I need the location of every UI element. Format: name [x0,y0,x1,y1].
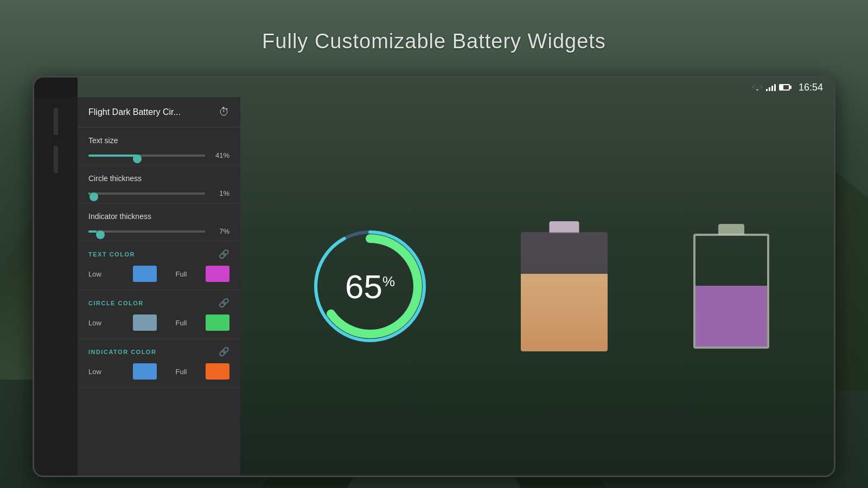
indicator-color-low-swatch[interactable] [133,363,157,380]
circle-color-full-label: Full [161,319,201,327]
panel-header: Flight Dark Battery Cir... ⏱ [78,97,240,127]
text-color-link-icon[interactable]: 🔗 [219,249,229,259]
text-color-section: TEXT COLOR 🔗 Low Full [78,241,240,290]
circle-thickness-section: Circle thickness 1% [78,165,240,203]
indicator-thickness-slider[interactable] [88,230,205,233]
page-title: Fully Customizable Battery Widgets [0,30,868,53]
text-size-slider[interactable] [88,155,205,157]
history-icon[interactable]: ⏱ [219,106,229,118]
text-size-row: 41% [88,151,229,159]
side-button-2[interactable] [54,146,58,173]
circle-battery-widget: 65% [305,221,435,351]
battery-widget-1 [521,221,608,351]
settings-panel: Flight Dark Battery Cir... ⏱ Text size 4… [78,97,240,476]
indicator-color-full-swatch[interactable] [206,363,229,380]
battery-fill-2 [695,286,767,346]
circle-thickness-value: 1% [210,189,229,197]
battery-body-1 [521,232,608,351]
battery-status-icon [779,84,790,91]
battery-tip-2 [718,224,744,235]
indicator-thickness-row: 7% [88,227,229,235]
circle-color-row: Low Full [88,314,229,331]
circle-percent-sign: % [382,273,395,290]
tablet-sidebar [34,97,78,476]
circle-thickness-slider[interactable] [88,192,205,195]
panel-content: Text size 41% Circle thickness 1% [78,127,240,388]
circle-thickness-row: 1% [88,189,229,197]
main-content: 65% [240,97,834,476]
circle-thickness-label: Circle thickness [88,174,229,183]
indicator-color-section: INDICATOR COLOR 🔗 Low Full [78,339,240,388]
indicator-thickness-section: Indicator thickness 7% [78,203,240,241]
indicator-color-low-label: Low [88,368,129,376]
circle-percentage-display: 65% [345,267,395,306]
text-size-value: 41% [210,151,229,159]
text-size-label: Text size [88,136,229,145]
indicator-color-full-label: Full [161,368,201,376]
indicator-thickness-label: Indicator thickness [88,212,229,221]
side-button-1[interactable] [54,108,58,135]
text-color-low-label: Low [88,270,129,278]
indicator-color-header: INDICATOR COLOR 🔗 [88,346,229,357]
status-bar: 16:54 [78,78,834,97]
indicator-thickness-value: 7% [210,227,229,235]
text-color-low-swatch[interactable] [133,266,157,282]
indicator-color-link-icon[interactable]: 🔗 [219,346,229,357]
indicator-color-label: INDICATOR COLOR [88,349,156,355]
circle-color-link-icon[interactable]: 🔗 [219,298,229,308]
text-color-full-swatch[interactable] [206,266,229,282]
battery-body-2 [693,234,769,349]
text-color-row: Low Full [88,266,229,282]
circle-percentage-value: 65 [345,268,382,305]
status-icons [752,83,790,92]
panel-title: Flight Dark Battery Cir... [88,107,181,117]
circle-color-full-swatch[interactable] [206,314,229,331]
battery-fill-1 [521,274,608,351]
circle-color-low-swatch[interactable] [133,314,157,331]
circle-color-header: CIRCLE COLOR 🔗 [88,298,229,308]
text-color-header: TEXT COLOR 🔗 [88,249,229,259]
circle-color-section: CIRCLE COLOR 🔗 Low Full [78,290,240,339]
battery-widget-2 [693,224,769,349]
time-display: 16:54 [799,82,823,93]
signal-icon [766,84,776,91]
text-color-label: TEXT COLOR [88,251,135,258]
tablet-frame: 16:54 Flight Dark Battery Cir... ⏱ Text … [33,76,835,477]
text-color-full-label: Full [161,270,201,278]
tablet-screen: 16:54 Flight Dark Battery Cir... ⏱ Text … [78,78,834,476]
battery-tip-1 [550,221,579,233]
text-size-section: Text size 41% [78,127,240,165]
wifi-icon [752,83,763,92]
indicator-color-row: Low Full [88,363,229,380]
circle-color-label: CIRCLE COLOR [88,300,144,306]
circle-color-low-label: Low [88,319,129,327]
